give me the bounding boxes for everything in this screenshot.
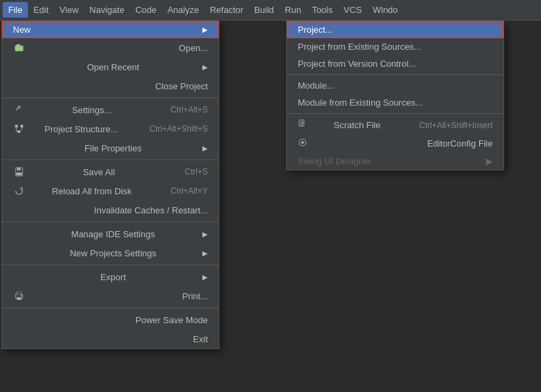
menu-item-exit-label: Exit: [193, 334, 208, 344]
menubar-item-tools[interactable]: Tools: [307, 2, 338, 18]
swing-arrow-icon: ▶: [486, 156, 493, 166]
divider-3: [2, 222, 219, 222]
menubar-item-run[interactable]: Run: [279, 2, 307, 18]
svg-rect-0: [15, 46, 23, 51]
menu-item-power-save-label: Power Save Mode: [136, 315, 208, 325]
svg-rect-11: [17, 292, 21, 295]
menubar-item-view[interactable]: View: [54, 2, 84, 18]
menu-item-new-label: New: [13, 25, 31, 35]
divider-5: [2, 307, 219, 308]
submenu-item-project-existing[interactable]: Project from Existing Sources...: [287, 38, 504, 55]
menu-item-new-projects[interactable]: New Projects Settings ▶: [2, 243, 219, 262]
submenu-item-project-vcs[interactable]: Project from Version Control...: [287, 55, 504, 72]
menu-item-open-recent-label: Open Recent: [87, 62, 140, 72]
menu-item-close-project-label: Close Project: [155, 81, 208, 91]
new-projects-arrow-icon: ▶: [202, 250, 208, 257]
menu-item-file-properties[interactable]: File Properties ▶: [2, 138, 219, 157]
reload-icon: [13, 185, 25, 197]
menu-item-close-project[interactable]: Close Project: [2, 76, 219, 95]
divider-2: [2, 160, 219, 160]
export-icon: [13, 271, 25, 283]
menubar-item-edit[interactable]: Edit: [28, 2, 54, 18]
menu-item-project-structure[interactable]: Project Structure... Ctrl+Alt+Shift+S: [2, 119, 219, 138]
submenu-item-scratch-label: Scratch File: [334, 120, 381, 130]
new-projects-icon: [13, 247, 25, 259]
close-project-icon: [13, 80, 25, 92]
menu-item-manage-ide[interactable]: Manage IDE Settings ▶: [2, 224, 219, 243]
editorconfig-icon: [298, 138, 307, 149]
submenu-item-scratch[interactable]: Scratch File Ctrl+Alt+Shift+Insert: [287, 116, 504, 134]
new-arrow-icon: ▶: [202, 26, 208, 33]
menu-item-print-label: Print...: [182, 291, 208, 301]
menubar-item-analyze[interactable]: Analyze: [162, 2, 204, 18]
new-submenu-dropdown: Project... Project from Existing Sources…: [286, 20, 504, 170]
save-icon: [13, 166, 25, 178]
svg-point-19: [301, 141, 304, 144]
menu-item-file-properties-label: File Properties: [84, 143, 142, 153]
menu-item-reload-label: Reload All from Disk: [52, 186, 132, 196]
menu-item-open[interactable]: Open...: [2, 38, 219, 57]
menu-item-open-label: Open...: [179, 43, 208, 53]
invalidate-icon: [13, 204, 25, 216]
save-all-shortcut: Ctrl+S: [185, 167, 208, 177]
menubar-item-vcs[interactable]: VCS: [338, 2, 367, 18]
menu-item-invalidate-label: Invalidate Caches / Restart...: [94, 205, 208, 215]
submenu-item-module-label: Module...: [298, 80, 334, 91]
scratch-file-icon: [298, 119, 307, 131]
menu-item-new-projects-label: New Projects Settings: [69, 248, 156, 258]
menu-item-export[interactable]: Export ▶: [2, 267, 219, 286]
print-icon: [13, 290, 25, 302]
file-menu-dropdown: New ▶ Open... Open Recent ▶ Close Projec…: [1, 20, 219, 349]
submenu-item-project-existing-label: Project from Existing Sources...: [298, 42, 421, 52]
wrench-icon: [13, 104, 25, 116]
menubar-item-code[interactable]: Code: [130, 2, 162, 18]
settings-shortcut: Ctrl+Alt+S: [170, 105, 208, 115]
menu-item-exit[interactable]: Exit: [2, 329, 219, 348]
menu-item-export-label: Export: [100, 272, 126, 282]
divider-4: [2, 265, 219, 265]
open-recent-icon: [13, 61, 25, 73]
structure-icon: [13, 123, 25, 135]
menu-item-project-structure-label: Project Structure...: [44, 124, 118, 134]
menu-item-new[interactable]: New ▶: [2, 21, 219, 38]
submenu-item-module-existing[interactable]: Module from Existing Sources...: [287, 94, 504, 111]
sub-divider-2: [287, 113, 504, 114]
menu-item-invalidate[interactable]: Invalidate Caches / Restart...: [2, 200, 219, 220]
menu-item-print[interactable]: Print...: [2, 286, 219, 305]
svg-point-13: [20, 295, 22, 297]
submenu-item-swing-label: Swing UI Designer: [298, 156, 371, 166]
menubar-item-refactor[interactable]: Refactor: [204, 2, 249, 18]
menu-item-reload[interactable]: Reload All from Disk Ctrl+Alt+Y: [2, 181, 219, 200]
svg-rect-9: [16, 172, 22, 175]
export-arrow-icon: ▶: [202, 273, 208, 281]
menubar-item-window[interactable]: Windo: [367, 2, 403, 18]
svg-rect-2: [20, 125, 23, 127]
file-properties-arrow-icon: ▶: [202, 145, 208, 152]
menubar: File Edit View Navigate Code Analyze Ref…: [0, 0, 541, 20]
project-structure-shortcut: Ctrl+Alt+Shift+S: [149, 124, 208, 134]
menu-item-settings[interactable]: Settings... Ctrl+Alt+S: [2, 100, 219, 119]
menu-item-save-all[interactable]: Save All Ctrl+S: [2, 162, 219, 181]
svg-rect-8: [17, 168, 20, 170]
menu-item-save-all-label: Save All: [83, 167, 115, 177]
menu-item-power-save[interactable]: Power Save Mode: [2, 310, 219, 329]
submenu-item-editorconfig[interactable]: EditorConfig File: [287, 134, 504, 153]
submenu-item-editorconfig-label: EditorConfig File: [427, 138, 493, 149]
submenu-item-module[interactable]: Module...: [287, 77, 504, 94]
scratch-shortcut: Ctrl+Alt+Shift+Insert: [419, 121, 493, 130]
submenu-item-project-label: Project...: [298, 25, 333, 35]
menubar-item-file[interactable]: File: [3, 2, 28, 18]
submenu-item-project[interactable]: Project...: [287, 21, 504, 38]
menu-item-settings-label: Settings...: [72, 105, 112, 115]
submenu-item-swing: Swing UI Designer ▶: [287, 153, 504, 170]
menu-item-open-recent[interactable]: Open Recent ▶: [2, 57, 219, 76]
submenu-item-project-vcs-label: Project from Version Control...: [298, 59, 416, 69]
manage-ide-arrow-icon: ▶: [202, 230, 208, 238]
sub-divider-1: [287, 74, 504, 75]
menubar-item-build[interactable]: Build: [249, 2, 279, 18]
menubar-item-navigate[interactable]: Navigate: [84, 2, 129, 18]
svg-rect-1: [15, 125, 18, 127]
svg-rect-12: [17, 297, 21, 300]
open-recent-arrow-icon: ▶: [202, 63, 208, 71]
menu-item-manage-ide-label: Manage IDE Settings: [72, 229, 155, 239]
